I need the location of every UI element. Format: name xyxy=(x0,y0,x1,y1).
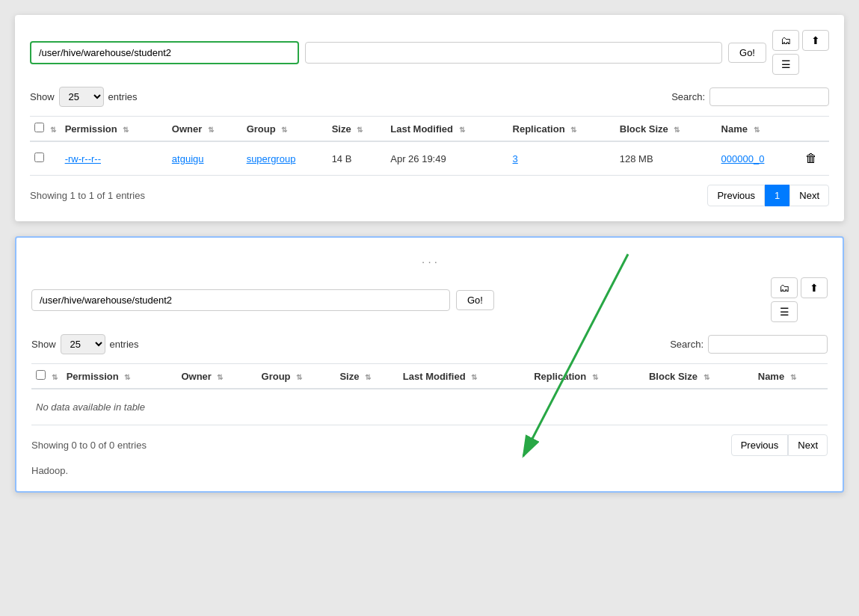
top-upload-icon-button[interactable]: ⬆ xyxy=(802,30,829,51)
col-header-size[interactable]: Size ⇅ xyxy=(327,117,387,142)
top-select-all[interactable] xyxy=(34,123,44,132)
name-link[interactable]: 000000_0 xyxy=(721,153,765,164)
bottom-pagination: Previous Next xyxy=(731,434,828,456)
top-show-select[interactable]: 25 50 100 xyxy=(59,87,104,107)
row-permission: -rw-r--r-- xyxy=(61,141,167,176)
bottom-upload-icon-button[interactable]: ⬆ xyxy=(801,277,828,298)
bottom-entries-label: entries xyxy=(110,339,139,350)
top-folder-icon-button[interactable]: 🗂 xyxy=(772,30,799,51)
row-delete-cell: 🗑 xyxy=(793,141,829,176)
top-check-header: ⇅ xyxy=(30,117,61,142)
bottom-sort-icon-check: ⇅ xyxy=(52,373,58,381)
bottom-search-row: Search: xyxy=(670,335,828,354)
hadoop-footer: Hadoop. xyxy=(31,465,828,476)
bottom-pagination-row: Showing 0 to 0 of 0 entries Previous Nex… xyxy=(31,434,828,456)
top-controls-row: Show 25 50 100 entries Search: xyxy=(30,87,829,107)
row-group: supergroup xyxy=(242,141,327,176)
group-link[interactable]: supergroup xyxy=(247,153,296,164)
top-pagination-row: Showing 1 to 1 of 1 entries Previous 1 N… xyxy=(30,185,829,206)
bottom-controls-row: Show 25 50 100 entries Search: xyxy=(31,334,828,354)
col-header-replication[interactable]: Replication ⇅ xyxy=(508,117,615,142)
bottom-show-select[interactable]: 25 50 100 xyxy=(61,334,105,354)
bottom-select-all[interactable] xyxy=(36,370,46,380)
owner-link[interactable]: atguigu xyxy=(172,153,204,164)
row-owner: atguigu xyxy=(167,141,242,176)
delete-button[interactable]: 🗑 xyxy=(798,148,825,169)
bottom-prev-button[interactable]: Previous xyxy=(731,434,789,456)
bottom-col-header-permission[interactable]: Permission ⇅ xyxy=(62,364,177,389)
bottom-col-header-size[interactable]: Size ⇅ xyxy=(335,364,398,389)
top-search-input[interactable] xyxy=(709,87,829,106)
bottom-go-button[interactable]: Go! xyxy=(456,290,494,310)
top-showing-text: Showing 1 to 1 of 1 entries xyxy=(30,190,145,201)
bottom-col-header-block-size[interactable]: Block Size ⇅ xyxy=(644,364,754,389)
bottom-check-header: ⇅ xyxy=(31,364,62,389)
top-search-label: Search: xyxy=(671,91,705,102)
top-pagination: Previous 1 Next xyxy=(707,185,829,206)
top-prev-button[interactable]: Previous xyxy=(707,185,765,206)
row-checkbox-cell xyxy=(30,141,61,176)
col-header-permission[interactable]: Permission ⇅ xyxy=(61,117,167,142)
row-checkbox[interactable] xyxy=(34,153,44,162)
top-page-1-button[interactable]: 1 xyxy=(765,185,789,206)
bottom-col-header-last-modified[interactable]: Last Modified ⇅ xyxy=(398,364,529,389)
bottom-search-input[interactable] xyxy=(708,335,828,354)
top-path-row: Go! 🗂 ⬆ ☰ xyxy=(30,30,829,75)
bottom-col-header-group[interactable]: Group ⇅ xyxy=(257,364,336,389)
bottom-path-row: Go! 🗂 ⬆ ☰ xyxy=(31,277,828,322)
bottom-table: ⇅ Permission ⇅ Owner ⇅ Group ⇅ Size ⇅ La… xyxy=(31,363,828,425)
permission-link[interactable]: -rw-r--r-- xyxy=(65,153,101,164)
top-next-button[interactable]: Next xyxy=(789,185,829,206)
col-header-owner[interactable]: Owner ⇅ xyxy=(167,117,242,142)
bottom-col-header-name[interactable]: Name ⇅ xyxy=(754,364,828,389)
no-data-cell: No data available in table xyxy=(31,389,828,425)
bottom-show-label: Show xyxy=(31,339,56,350)
sort-icon-check: ⇅ xyxy=(50,126,56,134)
bottom-show-row: Show 25 50 100 entries xyxy=(31,334,139,354)
col-header-name[interactable]: Name ⇅ xyxy=(717,117,793,142)
row-name: 000000_0 xyxy=(717,141,793,176)
bottom-panel: . . . Go! 🗂 ⬆ ☰ Show 25 50 100 xyxy=(15,236,844,493)
top-go-button[interactable]: Go! xyxy=(728,43,766,63)
top-panel: Go! 🗂 ⬆ ☰ Show 25 50 100 entries xyxy=(15,15,844,221)
row-replication: 3 xyxy=(508,141,615,176)
bottom-panel-title: . . . xyxy=(31,253,828,265)
bottom-showing-text: Showing 0 to 0 of 0 entries xyxy=(31,440,147,451)
top-secondary-input[interactable] xyxy=(305,42,722,64)
bottom-icon-group: 🗂 ⬆ ☰ xyxy=(771,277,828,322)
bottom-col-header-owner[interactable]: Owner ⇅ xyxy=(176,364,256,389)
bottom-col-header-replication[interactable]: Replication ⇅ xyxy=(529,364,644,389)
row-size: 14 B xyxy=(327,141,387,176)
bottom-folder-icon-button[interactable]: 🗂 xyxy=(771,277,798,298)
col-header-last-modified[interactable]: Last Modified ⇅ xyxy=(386,117,508,142)
col-header-group[interactable]: Group ⇅ xyxy=(242,117,327,142)
bottom-search-label: Search: xyxy=(670,339,703,350)
row-last-modified: Apr 26 19:49 xyxy=(386,141,508,176)
bottom-list-icon-button[interactable]: ☰ xyxy=(771,301,798,322)
no-data-row: No data available in table xyxy=(31,389,828,425)
top-list-icon-button[interactable]: ☰ xyxy=(772,54,799,75)
col-header-action xyxy=(793,117,829,142)
col-header-block-size[interactable]: Block Size ⇅ xyxy=(615,117,717,142)
bottom-next-button[interactable]: Next xyxy=(788,434,828,456)
top-icon-group: 🗂 ⬆ ☰ xyxy=(772,30,829,75)
top-show-row: Show 25 50 100 entries xyxy=(30,87,138,107)
top-search-row: Search: xyxy=(671,87,829,106)
top-table: ⇅ Permission ⇅ Owner ⇅ Group ⇅ Size ⇅ La… xyxy=(30,116,829,176)
table-row: -rw-r--r-- atguigu supergroup 14 B Apr 2… xyxy=(30,141,829,176)
top-show-label: Show xyxy=(30,91,55,102)
bottom-path-input[interactable] xyxy=(31,289,450,311)
replication-link[interactable]: 3 xyxy=(513,153,518,164)
top-entries-label: entries xyxy=(108,91,138,102)
top-path-input[interactable] xyxy=(30,41,299,64)
row-block-size: 128 MB xyxy=(615,141,717,176)
